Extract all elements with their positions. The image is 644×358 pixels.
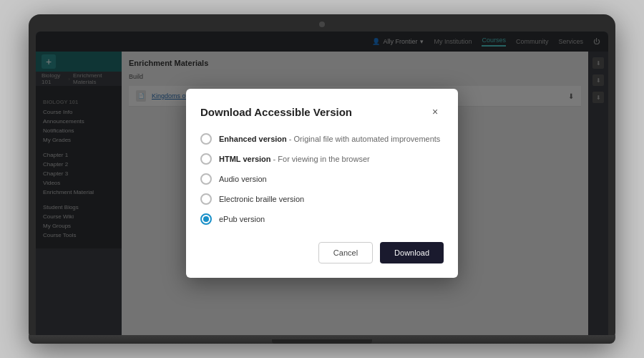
dialog-footer: Cancel Download — [200, 242, 444, 263]
radio-label-audio: Audio version — [219, 175, 267, 183]
download-dialog: Download Accessible Version × Enhanced v… — [186, 89, 458, 278]
radio-option-epub[interactable]: ePub version — [200, 213, 444, 225]
radio-circle-epub — [200, 213, 212, 225]
download-button[interactable]: Download — [380, 242, 444, 263]
radio-group: Enhanced version - Original file with au… — [200, 133, 444, 225]
modal-overlay: Download Accessible Version × Enhanced v… — [36, 52, 608, 335]
radio-label-braille: Electronic braille version — [219, 195, 304, 203]
laptop-shell: 👤 Ally Frontier ▾ My Institution Courses… — [29, 14, 615, 344]
dialog-title: Download Accessible Version — [200, 106, 352, 118]
main-area: + Biology 101 › Enrichment Materials Bio… — [36, 52, 608, 335]
cancel-button[interactable]: Cancel — [318, 242, 373, 263]
radio-circle-audio — [200, 173, 212, 185]
dialog-header: Download Accessible Version × — [200, 103, 444, 120]
radio-label-enhanced: Enhanced version - Original file with au… — [219, 135, 440, 143]
radio-option-audio[interactable]: Audio version — [200, 173, 444, 185]
radio-label-html: HTML version - For viewing in the browse… — [219, 155, 370, 163]
radio-label-epub: ePub version — [219, 215, 265, 223]
radio-option-html[interactable]: HTML version - For viewing in the browse… — [200, 153, 444, 165]
dialog-close-button[interactable]: × — [426, 103, 444, 120]
radio-circle-enhanced — [200, 133, 212, 145]
laptop-base — [29, 335, 615, 344]
screen-bezel: 👤 Ally Frontier ▾ My Institution Courses… — [36, 32, 608, 335]
radio-option-braille[interactable]: Electronic braille version — [200, 193, 444, 205]
radio-option-enhanced[interactable]: Enhanced version - Original file with au… — [200, 133, 444, 145]
webcam — [319, 21, 325, 27]
laptop-notch — [272, 339, 372, 344]
radio-circle-braille — [200, 193, 212, 205]
screen-content: 👤 Ally Frontier ▾ My Institution Courses… — [36, 32, 608, 335]
radio-circle-html — [200, 153, 212, 165]
